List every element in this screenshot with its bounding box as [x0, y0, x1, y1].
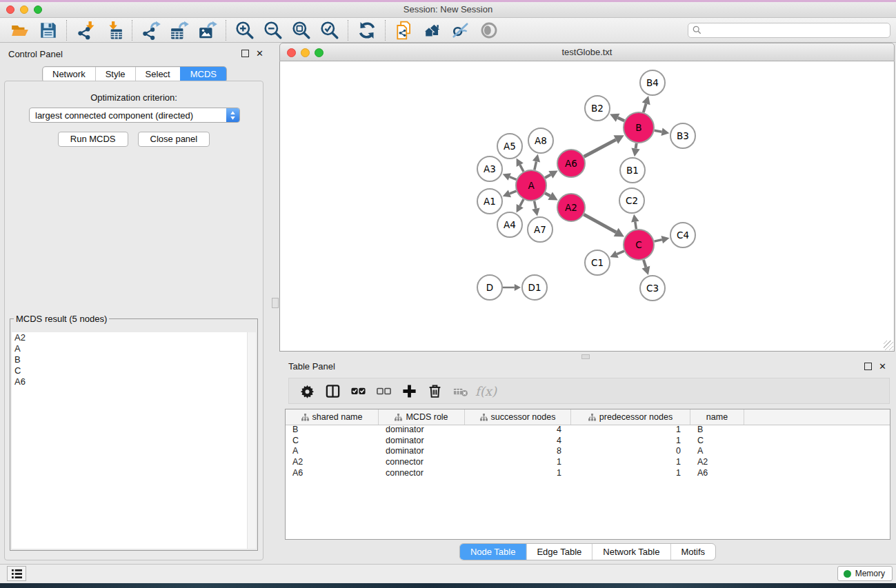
graph-node[interactable]: A6: [557, 150, 585, 177]
graph-edge[interactable]: [510, 191, 517, 194]
graph-edge[interactable]: [584, 140, 616, 157]
task-history-button[interactable]: [7, 566, 26, 581]
tab-mcds[interactable]: MCDS: [180, 67, 226, 82]
export-image-icon[interactable]: [193, 19, 221, 41]
tab-edge-table[interactable]: Edge Table: [526, 544, 592, 560]
graph-edge[interactable]: [584, 214, 616, 232]
graph-edge[interactable]: [617, 251, 624, 254]
import-table-icon[interactable]: [99, 19, 128, 41]
table-options-icon[interactable]: [295, 381, 320, 401]
result-item[interactable]: B: [12, 354, 248, 365]
graph-edge[interactable]: [644, 260, 646, 267]
table-row[interactable]: Adominator80A: [286, 446, 890, 457]
zoom-selected-icon[interactable]: [315, 19, 344, 41]
network-graph[interactable]: AA1A2A3A4A5A6A7A8BB1B2B3B4CC1C2C3C4DD1: [280, 61, 894, 351]
graph-edge[interactable]: [655, 240, 662, 242]
tab-select[interactable]: Select: [135, 67, 180, 82]
graph-edge[interactable]: [636, 143, 637, 149]
result-scrollbar[interactable]: [247, 332, 256, 549]
graph-edge[interactable]: [535, 161, 537, 170]
graph-edge[interactable]: [520, 199, 524, 206]
memory-button[interactable]: Memory: [837, 566, 893, 581]
resize-grip-icon[interactable]: [884, 341, 893, 350]
tab-node-table[interactable]: Node Table: [460, 544, 526, 560]
zoom-fit-icon[interactable]: [287, 19, 315, 41]
float-panel-icon[interactable]: [241, 50, 249, 57]
tab-network-table[interactable]: Network Table: [592, 544, 670, 560]
graph-edge[interactable]: [520, 165, 524, 172]
show-graphics-icon[interactable]: [475, 19, 503, 41]
import-network-icon[interactable]: [71, 19, 99, 41]
graph-node[interactable]: C2: [619, 188, 644, 213]
graph-node[interactable]: A: [516, 170, 546, 201]
minimize-window-button[interactable]: [20, 6, 28, 14]
home-icon[interactable]: [418, 19, 446, 41]
column-header-predecessor-nodes[interactable]: predecessor nodes: [571, 409, 690, 425]
graph-node[interactable]: A7: [528, 217, 552, 242]
table-row[interactable]: A6connector11A6: [286, 468, 890, 479]
save-session-icon[interactable]: [34, 19, 62, 41]
graph-node[interactable]: C: [624, 230, 654, 260]
result-item[interactable]: A: [12, 343, 248, 354]
tab-style[interactable]: Style: [95, 67, 135, 82]
add-icon[interactable]: [397, 381, 422, 401]
search-input[interactable]: [704, 25, 886, 36]
graph-edge[interactable]: [545, 193, 550, 196]
table-row[interactable]: Bdominator41B: [286, 425, 890, 436]
graph-node[interactable]: C4: [670, 223, 695, 247]
graph-node[interactable]: A8: [528, 128, 553, 153]
graph-node[interactable]: A1: [477, 189, 502, 214]
table-row[interactable]: A2connector11A2: [286, 457, 890, 468]
graph-edge[interactable]: [535, 201, 536, 209]
close-panel-icon[interactable]: ✕: [256, 50, 263, 57]
close-panel-icon[interactable]: ✕: [879, 363, 886, 370]
close-panel-button[interactable]: Close panel: [138, 132, 210, 147]
function-builder-icon[interactable]: f(x): [473, 381, 499, 401]
result-item[interactable]: A6: [12, 376, 248, 387]
graph-node[interactable]: B3: [670, 123, 695, 148]
zoom-in-icon[interactable]: [230, 19, 259, 41]
network-canvas[interactable]: AA1A2A3A4A5A6A7A8BB1B2B3B4CC1C2C3C4DD1: [279, 61, 895, 352]
minimize-network-button[interactable]: [301, 48, 310, 57]
criterion-select[interactable]: largest connected component (directed): [29, 108, 240, 123]
graph-edge[interactable]: [618, 118, 625, 121]
zoom-window-button[interactable]: [34, 6, 42, 14]
graph-node[interactable]: A2: [557, 194, 585, 221]
graph-node[interactable]: C3: [640, 276, 665, 301]
graph-node[interactable]: C1: [585, 250, 610, 275]
float-panel-icon[interactable]: [864, 363, 872, 370]
tab-network[interactable]: Network: [43, 67, 95, 82]
search-box[interactable]: [688, 23, 890, 38]
graph-edge[interactable]: [545, 174, 550, 178]
hide-graphics-icon[interactable]: [446, 19, 475, 41]
result-item[interactable]: A2: [12, 332, 248, 343]
close-window-button[interactable]: [6, 6, 14, 14]
run-mcds-button[interactable]: Run MCDS: [58, 132, 128, 147]
clone-network-icon[interactable]: [390, 19, 418, 41]
zoom-network-button[interactable]: [315, 48, 323, 57]
graph-node[interactable]: D1: [522, 275, 547, 300]
graph-node[interactable]: A5: [497, 134, 522, 159]
graph-node[interactable]: B2: [585, 96, 610, 121]
export-table-icon[interactable]: [165, 19, 193, 41]
refresh-icon[interactable]: [352, 19, 381, 41]
select-all-icon[interactable]: [346, 381, 371, 401]
deselect-all-icon[interactable]: [371, 381, 397, 401]
tab-motifs[interactable]: Motifs: [670, 544, 715, 560]
close-network-button[interactable]: [287, 48, 296, 57]
graph-node[interactable]: B1: [620, 158, 645, 183]
graph-node[interactable]: B: [624, 112, 654, 143]
graph-node[interactable]: A3: [477, 156, 502, 181]
vertical-divider-grip[interactable]: [272, 298, 279, 308]
delete-icon[interactable]: [422, 381, 448, 401]
graph-edge[interactable]: [655, 130, 662, 132]
column-header-shared-name[interactable]: shared name: [286, 409, 379, 425]
graph-node[interactable]: B4: [640, 70, 665, 95]
show-columns-icon[interactable]: [320, 381, 346, 401]
column-header-mcds-role[interactable]: MCDS role: [379, 409, 465, 425]
table-row[interactable]: Cdominator41C: [286, 436, 890, 447]
graph-node[interactable]: A4: [497, 212, 522, 237]
open-file-icon[interactable]: [6, 19, 34, 41]
column-header-name[interactable]: name: [690, 409, 744, 425]
result-item[interactable]: C: [12, 365, 248, 376]
